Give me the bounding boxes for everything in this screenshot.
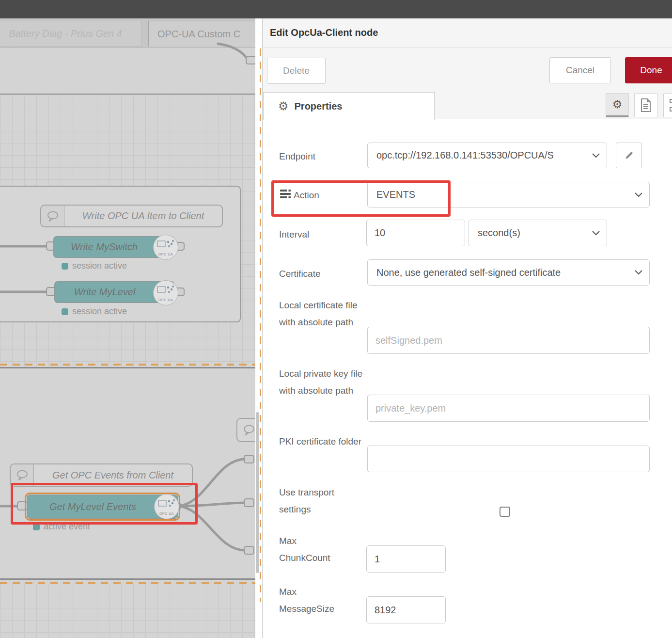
interval-label: Interval [279,226,309,243]
cancel-button[interactable]: Cancel [549,57,611,83]
node-label: Write MySwitch [71,241,138,253]
certificate-select[interactable]: None, use generated self-signed certific… [367,259,650,286]
status-dot-icon [62,308,68,315]
node-status: session active [62,261,127,271]
edit-endpoint-button[interactable] [616,143,642,168]
comment-label: Write OPC UA Item to Client [64,210,222,222]
divider [263,48,672,48]
node-port [244,499,254,507]
comment-label: Get OPC Events from Client [34,470,192,481]
max-message-input-wrap [366,596,446,623]
opcua-badge-label: OPC UA [154,298,178,302]
node-port [244,455,254,463]
gear-icon: ⚙ [278,99,289,113]
pki-folder-input[interactable] [368,446,649,472]
pki-folder-input-wrap [367,446,650,472]
app-header-bar [0,0,672,18]
gear-icon: ⚙ [612,98,623,111]
document-icon [640,98,652,112]
appearance-icon [669,98,672,112]
local-certificate-label: Local certificate file with absolute pat… [279,297,366,331]
pki-folder-label: PKI certificate folder [279,433,366,450]
done-button[interactable]: Done [625,57,672,83]
delete-button[interactable]: Delete [267,58,326,84]
private-key-label: Local private key file with absolute pat… [279,365,366,399]
wire-layer [0,18,255,638]
node-status: session active [62,306,127,317]
endpoint-label: Endpoint [279,148,315,165]
status-dot-icon [62,263,68,270]
node-port [246,56,255,64]
interval-input-wrap [366,220,465,246]
endpoint-select[interactable]: opc.tcp://192.168.0.141:53530/OPCUA/S [367,143,607,168]
chevron-down-icon [592,153,600,158]
workspace-scrollbar[interactable] [256,412,259,573]
max-chunk-label: Max ChunkCount [279,532,342,566]
certificate-label: Certificate [279,265,321,282]
appearance-tab-button[interactable] [663,93,672,117]
tab-properties[interactable]: ⚙ Properties [263,92,435,120]
annotation-box-node [11,483,198,525]
description-tab-button[interactable] [634,93,657,117]
max-chunk-input-wrap [366,545,446,573]
node-label: Write MyLevel [74,287,136,298]
opcua-badge-label: OPC UA [154,253,178,256]
selected-group-dashed-border-right [260,48,261,602]
private-key-input[interactable] [368,395,649,421]
interval-input[interactable] [367,220,465,246]
transport-checkbox[interactable] [500,507,510,517]
interval-unit-select[interactable]: second(s) [469,220,607,246]
node-port [244,546,254,554]
dialog-title: Edit OpcUa-Client node [270,27,378,38]
workspace-dialog-gap [255,18,262,638]
transport-label: Use transport settings [279,484,366,518]
max-chunk-input[interactable] [367,546,445,572]
max-message-input[interactable] [367,597,445,623]
max-message-label: Max MessageSize [279,583,342,617]
comment-bubble-icon [237,419,255,441]
private-key-input-wrap [367,395,650,422]
annotation-box-action [271,180,451,217]
comment-bubble-icon [41,206,64,226]
pencil-icon [624,151,634,160]
wire [217,44,248,60]
flow-workspace[interactable]: Battery Diag - Prius Gen 4 OPC-UA Custom… [0,18,255,638]
chevron-down-icon [592,231,600,236]
local-certificate-input[interactable] [368,327,649,353]
chevron-down-icon [635,192,642,197]
comment-node-write[interactable]: Write OPC UA Item to Client [40,205,223,227]
local-certificate-input-wrap [367,327,650,354]
properties-tab-button[interactable]: ⚙ [606,93,629,117]
comment-node-partial[interactable] [236,418,255,442]
opcua-badge-icon: OPC UA [153,280,178,305]
node-red-app: { "workspace": { "tabs": [ { "label": "B… [0,0,672,638]
chevron-down-icon [635,270,642,275]
opcua-badge-icon: OPC UA [153,235,178,260]
